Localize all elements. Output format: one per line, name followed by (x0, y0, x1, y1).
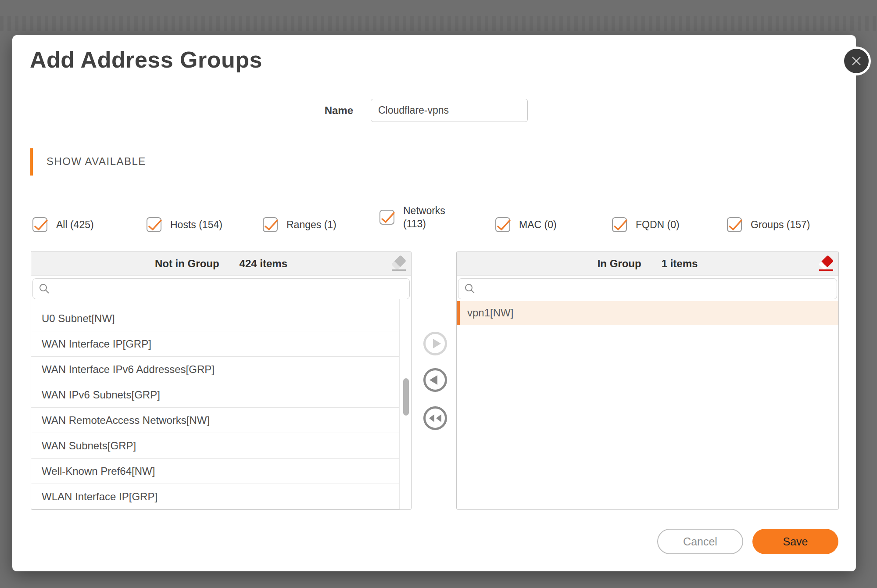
panel-count: 424 items (240, 258, 287, 270)
left-search-input[interactable] (32, 278, 410, 299)
filter-ranges: Ranges (1) (263, 217, 336, 232)
in-group-header: In Group 1 items (457, 251, 838, 276)
panel-title: Not in Group (155, 258, 219, 270)
move-all-left-button[interactable] (423, 406, 447, 430)
checkbox-groups[interactable] (727, 217, 742, 232)
checkbox-networks[interactable] (379, 210, 394, 225)
filter-all-label: All (425) (56, 218, 94, 231)
panel-title: In Group (598, 258, 641, 270)
list-item[interactable]: Well-Known Pref64[NW] (31, 459, 400, 484)
filter-ranges-label: Ranges (1) (286, 218, 336, 231)
checkbox-mac[interactable] (495, 217, 510, 232)
checkmark-icon (495, 217, 512, 233)
name-label: Name (287, 104, 353, 117)
filter-fqdn-label: FQDN (0) (636, 218, 680, 231)
checkbox-all[interactable] (32, 217, 47, 232)
filter-mac: MAC (0) (495, 217, 557, 232)
close-icon (850, 55, 863, 67)
move-left-button[interactable] (423, 368, 447, 392)
backdrop-pattern (0, 16, 877, 31)
list-item-selected[interactable]: vpn1[NW] (457, 301, 838, 325)
checkmark-icon (727, 217, 744, 233)
filter-hosts: Hosts (154) (147, 217, 222, 232)
selected-indicator (457, 301, 460, 325)
list-item[interactable]: WAN Interface IPv6 Addresses[GRP] (31, 357, 400, 382)
right-search-input[interactable] (458, 278, 837, 299)
filter-groups: Groups (157) (727, 217, 810, 232)
list-item[interactable]: WAN RemoteAccess Networks[NW] (31, 408, 400, 433)
save-button[interactable]: Save (752, 529, 838, 554)
move-right-button[interactable] (423, 331, 447, 356)
in-group-list: vpn1[NW] (457, 299, 838, 510)
move-left-icon (423, 368, 447, 392)
left-search (32, 278, 410, 299)
checkmark-icon (146, 217, 164, 233)
list-item[interactable]: WAN IPv6 Subnets[GRP] (31, 382, 400, 408)
checkmark-icon (32, 217, 50, 233)
add-address-groups-dialog: Add Address Groups Name SHOW AVAILABLE A… (12, 35, 856, 571)
list-item[interactable]: WAN Interface IP[GRP] (31, 331, 400, 357)
list-item[interactable]: U0 Subnet[NW] (31, 306, 400, 331)
search-icon (464, 283, 476, 294)
section-accent-bar (30, 148, 33, 176)
checkmark-icon (262, 217, 280, 233)
checkmark-icon (379, 210, 397, 226)
not-in-group-header: Not in Group 424 items (31, 251, 411, 276)
not-in-group-list: U0 Subnet[NW] WAN Interface IP[GRP] WAN … (31, 299, 411, 510)
scrollbar-thumb[interactable] (403, 378, 409, 416)
filter-fqdn: FQDN (0) (612, 217, 680, 232)
search-icon (39, 283, 50, 294)
close-button[interactable] (844, 49, 869, 73)
list-item-label: vpn1[NW] (467, 307, 513, 319)
right-search (458, 278, 837, 299)
not-in-group-panel: Not in Group 424 items U0 Subnet[NW] WAN… (31, 251, 412, 510)
panel-count: 1 items (662, 258, 698, 270)
eraser-red-icon[interactable] (818, 255, 834, 271)
checkmark-icon (612, 217, 629, 233)
checkbox-ranges[interactable] (263, 217, 278, 232)
filter-groups-label: Groups (157) (751, 218, 810, 231)
list-item[interactable]: WLAN Interface IP[GRP] (31, 484, 400, 509)
checkbox-fqdn[interactable] (612, 217, 627, 232)
section-title: SHOW AVAILABLE (47, 155, 146, 168)
filter-networks: Networks (113) (379, 204, 455, 230)
name-input[interactable] (371, 99, 528, 122)
filter-all: All (425) (32, 217, 94, 232)
in-group-panel: In Group 1 items vpn1[NW] (456, 251, 839, 510)
move-all-left-icon (423, 406, 447, 430)
filter-networks-label: Networks (113) (403, 204, 455, 230)
dialog-title: Add Address Groups (30, 47, 262, 73)
filter-hosts-label: Hosts (154) (170, 218, 222, 231)
move-right-icon (423, 331, 447, 356)
list-item[interactable]: WAN Subnets[GRP] (31, 433, 400, 459)
filter-mac-label: MAC (0) (519, 218, 557, 231)
checkbox-hosts[interactable] (147, 217, 161, 232)
cancel-button[interactable]: Cancel (657, 529, 743, 554)
eraser-icon[interactable] (391, 255, 407, 271)
